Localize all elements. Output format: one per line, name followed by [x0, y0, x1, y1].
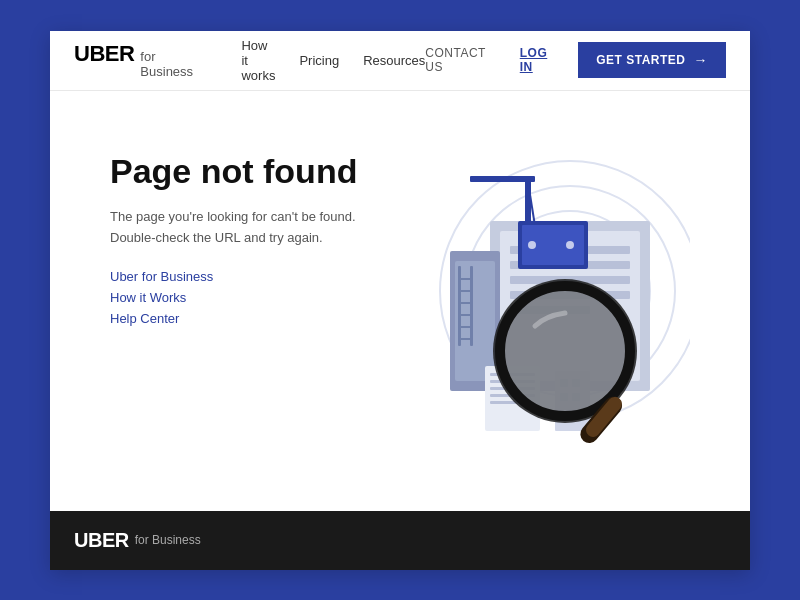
main-content: Page not found The page you're looking f…	[50, 91, 750, 511]
svg-rect-14	[470, 176, 535, 182]
footer-for-business: for Business	[135, 533, 201, 547]
contact-us-link[interactable]: CONTACT US	[425, 46, 503, 74]
logo-area: UBER for Business	[74, 41, 209, 79]
page-description: The page you're looking for can't be fou…	[110, 207, 370, 249]
link-uber-for-business[interactable]: Uber for Business	[110, 269, 370, 284]
main-nav: How it works Pricing Resources	[241, 38, 425, 83]
svg-point-19	[566, 241, 574, 249]
arrow-icon: →	[694, 52, 709, 68]
page-title: Page not found	[110, 151, 370, 192]
get-started-button[interactable]: GET STARTED →	[578, 42, 726, 78]
nav-pricing[interactable]: Pricing	[299, 53, 339, 68]
links-section: Uber for Business How it Works Help Cent…	[110, 269, 370, 326]
log-in-link[interactable]: LOG IN	[520, 46, 562, 74]
illustration-section	[370, 131, 690, 451]
nav-how-it-works[interactable]: How it works	[241, 38, 275, 83]
link-how-it-works[interactable]: How it Works	[110, 290, 370, 305]
link-help-center[interactable]: Help Center	[110, 311, 370, 326]
header: UBER for Business How it works Pricing R…	[50, 31, 750, 91]
footer: UBER for Business	[50, 511, 750, 570]
logo-for-business: for Business	[140, 49, 209, 79]
nav-resources[interactable]: Resources	[363, 53, 425, 68]
footer-logo-uber: UBER	[74, 529, 129, 552]
outer-container: UBER for Business How it works Pricing R…	[40, 21, 760, 580]
header-right: CONTACT US LOG IN GET STARTED →	[425, 42, 726, 78]
logo-uber: UBER	[74, 41, 134, 67]
svg-point-18	[528, 241, 536, 249]
404-illustration	[370, 131, 690, 451]
main-card: UBER for Business How it works Pricing R…	[50, 31, 750, 570]
text-section: Page not found The page you're looking f…	[110, 131, 370, 451]
